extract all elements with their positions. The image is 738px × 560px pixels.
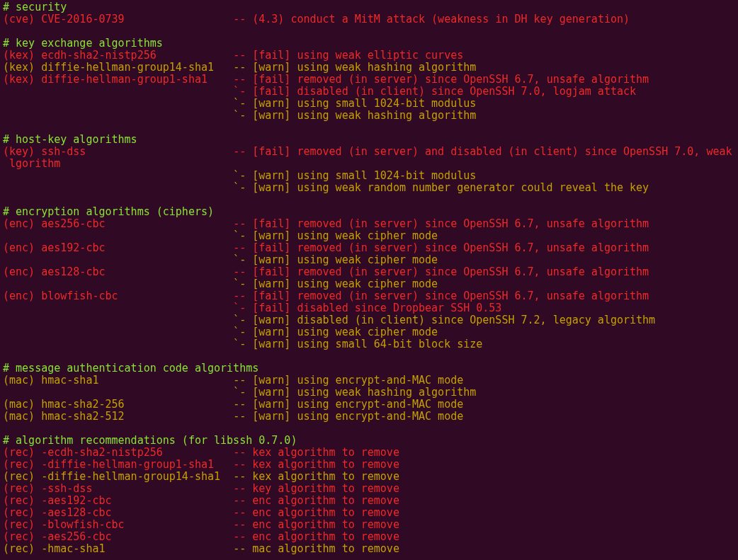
entry-line: (rec) -blowfish-cbc -- enc algorithm to …: [3, 518, 406, 531]
continuation-line: `- [warn] using weak random number gener…: [3, 181, 649, 194]
entry-line: (rec) -diffie-hellman-group1-sha1 -- kex…: [3, 458, 406, 471]
section-header: # host-key algorithms: [3, 133, 137, 146]
continuation-line: `- [fail] disabled since Dropbear SSH 0.…: [3, 302, 501, 314]
section-header: # message authentication code algorithms: [3, 362, 259, 375]
entry-line: (rec) -aes256-cbc -- enc algorithm to re…: [3, 530, 406, 543]
entry-line: (mac) hmac-sha1 -- [warn] using encrypt-…: [3, 374, 463, 387]
entry-line: (enc) blowfish-cbc -- [fail] removed (in…: [3, 290, 649, 302]
entry-line: (kex) ecdh-sha2-nistp256 -- [fail] using…: [3, 49, 463, 62]
continuation-line: `- [warn] using small 1024-bit modulus: [3, 169, 476, 182]
entry-line: (rec) -aes128-cbc -- enc algorithm to re…: [3, 506, 406, 519]
entry-line: (enc) aes128-cbc -- [fail] removed (in s…: [3, 265, 649, 278]
entry-line: (kex) diffie-hellman-group1-sha1 -- [fai…: [3, 73, 649, 86]
continuation-line: `- [warn] using small 64-bit block size: [3, 338, 482, 350]
continuation-line: `- [warn] using weak hashing algorithm: [3, 386, 476, 399]
entry-line: (key) ssh-dss -- [fail] removed (in serv…: [3, 145, 738, 158]
entry-line: (rec) -ssh-dss -- key algorithm to remov…: [3, 482, 406, 495]
entry-line-wrap: lgorithm: [3, 157, 60, 170]
continuation-line: `- [warn] disabled (in client) since Ope…: [3, 314, 655, 326]
entry-line: (rec) -diffie-hellman-group14-sha1 -- ke…: [3, 470, 406, 483]
continuation-line: `- [warn] using weak cipher mode: [3, 326, 438, 338]
section-header: # encryption algorithms (ciphers): [3, 205, 214, 218]
continuation-line: `- [warn] using weak cipher mode: [3, 253, 438, 266]
section-header: # security: [3, 1, 67, 13]
entry-line: (enc) aes256-cbc -- [fail] removed (in s…: [3, 217, 649, 230]
entry-line: (rec) -aes192-cbc -- enc algorithm to re…: [3, 494, 406, 507]
section-header: # algorithm recommendations (for libssh …: [3, 434, 297, 447]
entry-line: (rec) -ecdh-sha2-nistp256 -- kex algorit…: [3, 446, 406, 459]
entry-line: (rec) -hmac-sha1 -- mac algorithm to rem…: [3, 542, 406, 555]
continuation-line: `- [warn] using weak cipher mode: [3, 229, 438, 242]
continuation-line: `- [warn] using small 1024-bit modulus: [3, 97, 476, 110]
terminal-output: # security (cve) CVE-2016-0739 -- (4.3) …: [0, 0, 738, 556]
continuation-line: `- [warn] using weak hashing algorithm: [3, 109, 476, 122]
entry-line: (cve) CVE-2016-0739 -- (4.3) conduct a M…: [3, 13, 630, 25]
continuation-line: `- [warn] using weak cipher mode: [3, 278, 438, 290]
continuation-line: `- [fail] disabled (in client) since Ope…: [3, 85, 636, 98]
entry-line: (enc) aes192-cbc -- [fail] removed (in s…: [3, 241, 649, 254]
entry-line: (mac) hmac-sha2-512 -- [warn] using encr…: [3, 410, 463, 423]
section-header: # key exchange algorithms: [3, 37, 163, 50]
entry-line: (kex) diffie-hellman-group14-sha1 -- [wa…: [3, 61, 476, 74]
entry-line: (mac) hmac-sha2-256 -- [warn] using encr…: [3, 398, 463, 411]
